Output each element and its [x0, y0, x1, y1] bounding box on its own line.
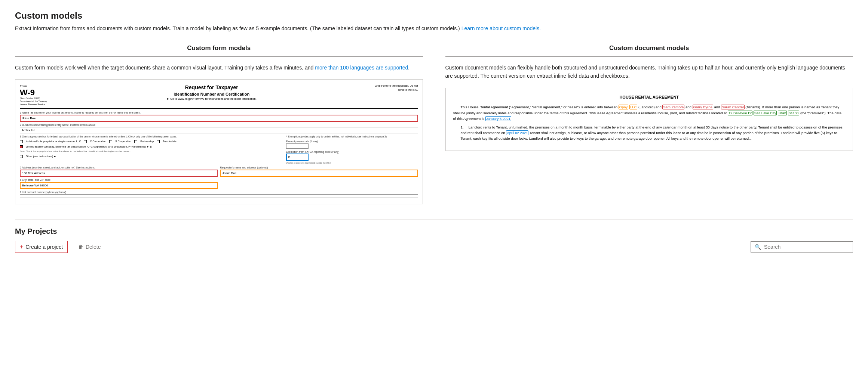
- w9-field-1: 1 Name (as shown on your income tax retu…: [20, 111, 418, 122]
- delete-icon: 🗑: [78, 244, 83, 250]
- entity-opay: Opay: [619, 105, 629, 109]
- checkbox-trust: [157, 140, 160, 143]
- search-input[interactable]: [764, 244, 849, 250]
- custom-document-models-title: Custom document models: [445, 44, 853, 57]
- page-title: Custom models: [15, 10, 853, 21]
- entity-llc: LLC: [629, 105, 637, 109]
- entity-city: Salt Lake City: [754, 111, 777, 115]
- rental-para-1: This House Rental Agreement ("Agreement,…: [453, 104, 846, 121]
- checkbox-other: [20, 155, 23, 158]
- my-projects-title: My Projects: [15, 227, 853, 236]
- custom-document-models-section: Custom document models Custom document m…: [445, 44, 853, 204]
- checkbox-individual: [20, 140, 23, 143]
- rental-title: HOUSE RENTAL AGREEMENT: [453, 94, 846, 101]
- my-projects-section: My Projects + Create a project 🗑 Delete …: [15, 219, 853, 253]
- checkbox-c-corp: [84, 140, 87, 143]
- create-project-button[interactable]: + Create a project: [15, 241, 68, 253]
- checkbox-llc: [20, 145, 23, 148]
- learn-more-link[interactable]: Learn more about custom models.: [461, 25, 541, 31]
- w9-section-3: 3 Check appropriate box for federal tax …: [20, 135, 418, 165]
- entity-commence-date: April 02 2021: [506, 130, 528, 135]
- entity-agreement-date: January 5 2021: [485, 116, 512, 121]
- checkbox-partnership: [134, 140, 137, 143]
- entity-zip: 84138: [788, 111, 799, 115]
- checkbox-s-corp: [109, 140, 112, 143]
- toolbar-left: + Create a project 🗑 Delete: [15, 241, 105, 253]
- w9-field-2: 2 Business name/disregarded entity name,…: [20, 123, 418, 133]
- w9-field-7: 7 List account number(s) here (optional): [20, 191, 418, 198]
- delete-label: Delete: [86, 244, 101, 250]
- plus-icon: +: [20, 244, 23, 250]
- custom-form-models-section: Custom form models Custom form models wo…: [15, 44, 423, 204]
- custom-document-models-description: Custom document models can flexibly hand…: [445, 64, 853, 80]
- rental-agreement-preview: HOUSE RENTAL AGREEMENT This House Rental…: [445, 88, 853, 151]
- entity-address: 19 Bellevue Dr: [728, 111, 752, 115]
- w9-field-6-section: 6 City, state, and ZIP code Bellevue WA …: [20, 178, 418, 189]
- w9-address-section: 5 Address (number, street, and apt. or s…: [20, 166, 418, 177]
- delete-button[interactable]: 🗑 Delete: [74, 242, 105, 252]
- entity-tenant3: Sarah Cantrel: [721, 105, 745, 109]
- entity-tenant1: Sam Zamora: [662, 105, 684, 109]
- entity-tenant2: Garry Byrne: [693, 105, 713, 109]
- search-box[interactable]: 🔍: [751, 241, 853, 253]
- search-icon: 🔍: [755, 244, 761, 250]
- custom-form-models-title: Custom form models: [15, 44, 423, 57]
- entity-state: Utah: [778, 111, 787, 115]
- page-description: Extract information from forms and docum…: [15, 25, 853, 32]
- custom-form-models-description: Custom form models work well when the ta…: [15, 64, 423, 72]
- w9-form-preview: Form W-9 (Rev. October 2018) Department …: [15, 79, 423, 204]
- rental-para-2: 1. Landlord rents to Tenant, unfurnished…: [461, 124, 846, 142]
- create-project-label: Create a project: [25, 244, 63, 250]
- projects-toolbar: + Create a project 🗑 Delete 🔍: [15, 241, 853, 253]
- models-grid: Custom form models Custom form models wo…: [15, 44, 853, 204]
- main-container: Custom models Extract information from f…: [0, 0, 868, 253]
